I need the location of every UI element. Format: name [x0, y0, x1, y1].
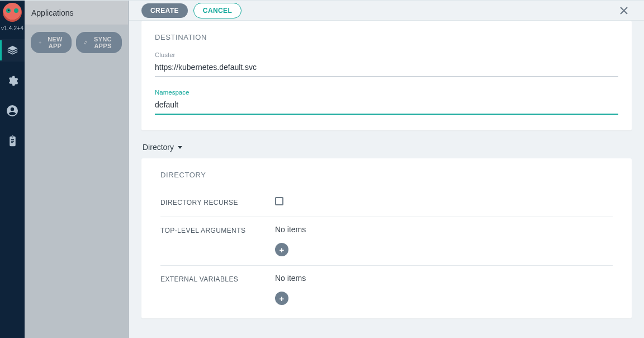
argo-logo	[3, 3, 22, 22]
namespace-field: Namespace	[155, 89, 618, 115]
clipboard-icon	[7, 135, 18, 147]
sync-apps-button[interactable]: SYNC APPS	[76, 32, 122, 53]
layers-icon	[7, 45, 18, 57]
user-circle-icon	[6, 104, 19, 118]
namespace-label: Namespace	[155, 89, 618, 96]
new-app-label: NEW APP	[46, 36, 65, 49]
sync-apps-label: SYNC APPS	[91, 36, 115, 49]
version-label: v1.4.2+4	[1, 25, 23, 31]
ext-label: EXTERNAL VARIABLES	[160, 274, 275, 283]
close-icon	[620, 7, 628, 15]
tla-empty-label: No items	[275, 225, 613, 234]
nav-user[interactable]	[0, 100, 25, 122]
cancel-button[interactable]: CANCEL	[193, 3, 242, 18]
gear-icon	[7, 75, 18, 87]
applications-toolbar: NEW APP SYNC APPS	[25, 25, 128, 60]
new-app-button[interactable]: NEW APP	[31, 32, 72, 53]
ext-empty-label: No items	[275, 274, 613, 283]
sync-icon	[83, 39, 88, 46]
destination-title: DESTINATION	[155, 33, 618, 41]
destination-card: DESTINATION Cluster Namespace	[141, 21, 632, 130]
nav-settings[interactable]	[0, 69, 25, 92]
plus-icon	[38, 39, 42, 46]
tla-row: TOP-LEVEL ARGUMENTS No items +	[160, 217, 613, 266]
directory-card: DIRECTORY DIRECTORY RECURSE TOP-LEVEL AR…	[141, 158, 632, 318]
cluster-input[interactable]	[155, 60, 618, 77]
applications-title: Applications	[25, 1, 128, 25]
drawer-header: CREATE CANCEL	[129, 1, 644, 21]
nav-applications[interactable]	[0, 39, 25, 62]
recurse-checkbox[interactable]	[275, 197, 283, 205]
tla-add-button[interactable]: +	[275, 243, 288, 256]
cluster-field: Cluster	[155, 51, 618, 77]
ext-add-button[interactable]: +	[275, 292, 288, 305]
create-button[interactable]: CREATE	[141, 3, 188, 18]
cluster-label: Cluster	[155, 51, 618, 58]
namespace-input[interactable]	[155, 98, 618, 115]
nav-rail: v1.4.2+4	[0, 1, 25, 338]
close-button[interactable]	[616, 3, 632, 18]
tla-label: TOP-LEVEL ARGUMENTS	[160, 225, 275, 234]
ext-row: EXTERNAL VARIABLES No items +	[160, 266, 613, 314]
recurse-row: DIRECTORY RECURSE	[160, 189, 613, 217]
recurse-label: DIRECTORY RECURSE	[160, 197, 275, 206]
drawer-body[interactable]: DESTINATION Cluster Namespace Directory …	[129, 21, 644, 338]
source-type-dropdown[interactable]: Directory	[143, 143, 183, 152]
applications-panel: Applications NEW APP SYNC APPS	[25, 1, 129, 338]
create-app-drawer: CREATE CANCEL DESTINATION Cluster Namesp…	[129, 1, 644, 338]
directory-title: DIRECTORY	[160, 171, 613, 179]
nav-docs[interactable]	[0, 130, 25, 152]
source-type-label: Directory	[143, 143, 174, 152]
caret-down-icon	[177, 144, 183, 150]
